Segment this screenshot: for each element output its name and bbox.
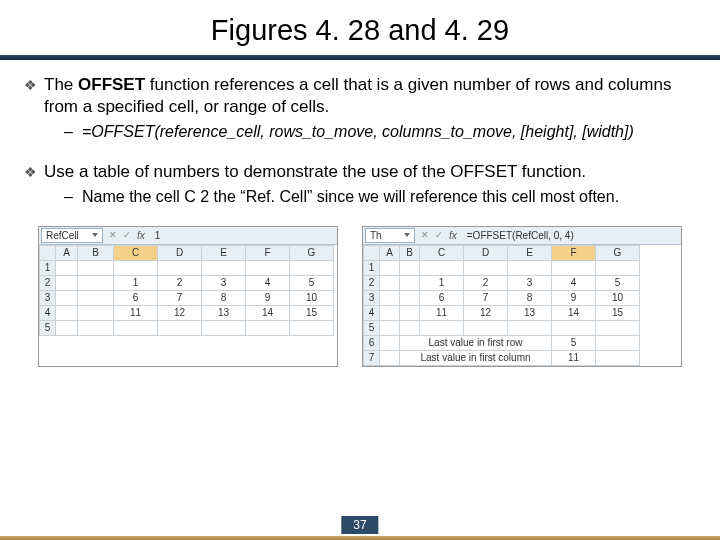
col-header: F xyxy=(552,245,596,260)
cell: 4 xyxy=(552,275,596,290)
name-box: Th xyxy=(365,228,415,243)
corner-cell xyxy=(40,245,56,260)
cell: 3 xyxy=(202,275,246,290)
sub-bullet-1: – =OFFSET(reference_cell, rows_to_move, … xyxy=(64,122,696,143)
table-row: 4 11 12 13 14 15 xyxy=(40,305,334,320)
cell: 1 xyxy=(420,275,464,290)
check-icon: ✓ xyxy=(123,230,131,240)
name-box: RefCell xyxy=(41,228,103,243)
cell: 10 xyxy=(290,290,334,305)
table-row: 4 11 12 13 14 15 xyxy=(364,305,640,320)
cell: 12 xyxy=(158,305,202,320)
col-header: C xyxy=(420,245,464,260)
bullet1-bold: OFFSET xyxy=(78,75,145,94)
cancel-icon: ✕ xyxy=(421,230,429,240)
sub-bullet-2: – Name the cell C 2 the “Ref. Cell” sinc… xyxy=(64,187,696,208)
cell: 13 xyxy=(508,305,552,320)
bullet-1: ❖ The OFFSET function references a cell … xyxy=(24,74,696,118)
cell: 6 xyxy=(114,290,158,305)
col-header: G xyxy=(290,245,334,260)
cell: 15 xyxy=(596,305,640,320)
footer-bar xyxy=(0,536,720,540)
col-header: F xyxy=(246,245,290,260)
name-box-value: Th xyxy=(370,230,382,241)
table-row: 3 6 7 8 9 10 xyxy=(364,290,640,305)
col-header: D xyxy=(464,245,508,260)
cell-label: Last value in first column xyxy=(400,350,552,365)
table-row: 3 6 7 8 9 10 xyxy=(40,290,334,305)
slide-title: Figures 4. 28 and 4. 29 xyxy=(0,0,720,55)
cell: 4 xyxy=(246,275,290,290)
cell: 6 xyxy=(420,290,464,305)
bullet-2: ❖ Use a table of numbers to demonstrate … xyxy=(24,161,696,183)
spreadsheet-grid-2: A B C D E F G 1 2 1 2 3 xyxy=(363,245,640,366)
check-icon: ✓ xyxy=(435,230,443,240)
cell: 11 xyxy=(114,305,158,320)
cell: 9 xyxy=(246,290,290,305)
cell: 3 xyxy=(508,275,552,290)
table-row: 1 xyxy=(364,260,640,275)
cell-label: Last value in first row xyxy=(400,335,552,350)
cell: 8 xyxy=(202,290,246,305)
formula-bar: 1 xyxy=(151,230,161,241)
table-row: 7 Last value in first column 11 xyxy=(364,350,640,365)
cell: 11 xyxy=(420,305,464,320)
table-row: 2 1 2 3 4 5 xyxy=(40,275,334,290)
col-header: D xyxy=(158,245,202,260)
col-header: A xyxy=(56,245,78,260)
sub1-text: =OFFSET(reference_cell, rows_to_move, co… xyxy=(82,122,696,143)
col-header: C xyxy=(114,245,158,260)
dropdown-icon xyxy=(92,233,98,237)
diamond-bullet-icon: ❖ xyxy=(24,74,44,94)
cell: 2 xyxy=(464,275,508,290)
col-header: E xyxy=(508,245,552,260)
cell: 9 xyxy=(552,290,596,305)
cell: 14 xyxy=(246,305,290,320)
excel-screenshot-2: Th ✕ ✓ fx =OFFSET(RefCell, 0, 4) A B xyxy=(362,226,682,367)
cell: 14 xyxy=(552,305,596,320)
dash-bullet-icon: – xyxy=(64,187,82,208)
cell: 5 xyxy=(596,275,640,290)
page-number: 37 xyxy=(341,516,378,534)
table-row: 2 1 2 3 4 5 xyxy=(364,275,640,290)
cell: 2 xyxy=(158,275,202,290)
cell: 11 xyxy=(552,350,596,365)
corner-cell xyxy=(364,245,380,260)
cell: 13 xyxy=(202,305,246,320)
fx-icon: fx xyxy=(449,230,457,241)
dropdown-icon xyxy=(404,233,410,237)
cell: 10 xyxy=(596,290,640,305)
excel-screenshot-1: RefCell ✕ ✓ fx 1 A B C xyxy=(38,226,338,367)
spreadsheet-grid-1: A B C D E F G 1 2 1 2 3 xyxy=(39,245,334,336)
fx-icon: fx xyxy=(137,230,145,241)
cell: 5 xyxy=(290,275,334,290)
table-row: 1 xyxy=(40,260,334,275)
table-row: 5 xyxy=(40,320,334,335)
bullet1-pre: The xyxy=(44,75,78,94)
cell: 7 xyxy=(464,290,508,305)
slide-content: ❖ The OFFSET function references a cell … xyxy=(0,74,720,367)
formula-bar: =OFFSET(RefCell, 0, 4) xyxy=(463,230,574,241)
cell: 7 xyxy=(158,290,202,305)
col-header: B xyxy=(78,245,114,260)
dash-bullet-icon: – xyxy=(64,122,82,143)
bullet2-text: Use a table of numbers to demonstrate th… xyxy=(44,161,696,183)
cell: 15 xyxy=(290,305,334,320)
cell: 5 xyxy=(552,335,596,350)
cell: 8 xyxy=(508,290,552,305)
diamond-bullet-icon: ❖ xyxy=(24,161,44,181)
table-row: 6 Last value in first row 5 xyxy=(364,335,640,350)
cancel-icon: ✕ xyxy=(109,230,117,240)
sub2-text: Name the cell C 2 the “Ref. Cell” since … xyxy=(82,187,696,208)
cell: 12 xyxy=(464,305,508,320)
title-divider xyxy=(0,55,720,60)
col-header: A xyxy=(380,245,400,260)
table-row: 5 xyxy=(364,320,640,335)
col-header: G xyxy=(596,245,640,260)
cell: 1 xyxy=(114,275,158,290)
col-header: E xyxy=(202,245,246,260)
col-header: B xyxy=(400,245,420,260)
name-box-value: RefCell xyxy=(46,230,79,241)
